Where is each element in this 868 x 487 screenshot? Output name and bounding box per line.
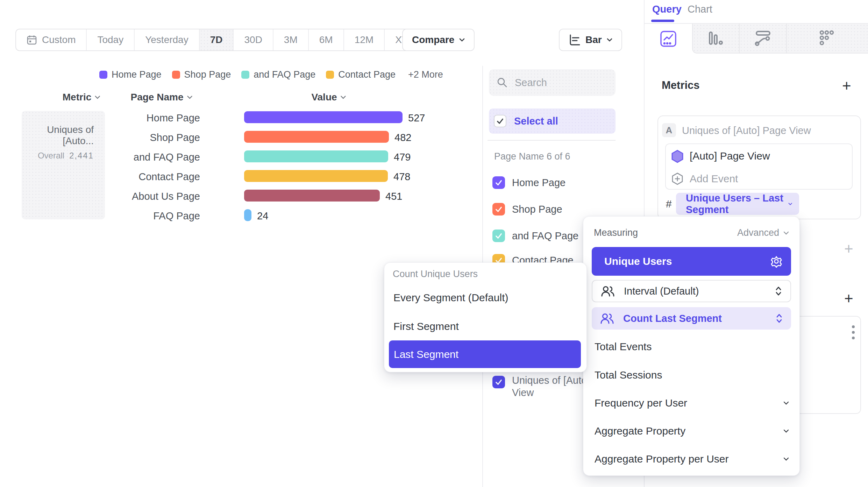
bar-contact-page[interactable] bbox=[244, 170, 388, 182]
list-item-and-faq-page[interactable]: and FAQ Page bbox=[492, 230, 578, 242]
viz-tab-insights-active[interactable] bbox=[645, 24, 692, 54]
row-label[interactable]: Shop Page bbox=[85, 132, 200, 143]
chevron-down-icon bbox=[788, 202, 792, 206]
stepper-icon[interactable] bbox=[775, 286, 782, 296]
legend-item[interactable]: Contact Page bbox=[326, 69, 396, 80]
select-all-checkbox[interactable] bbox=[494, 115, 506, 127]
bar-shop-page[interactable] bbox=[244, 131, 389, 143]
add-event-label[interactable]: Add Event bbox=[690, 173, 738, 185]
measuring-row-count-last-segment[interactable]: Count Last Segment bbox=[592, 307, 791, 330]
chevron-down-icon bbox=[95, 96, 100, 99]
dots-grid-icon bbox=[818, 30, 837, 47]
viz-tab-funnels[interactable] bbox=[692, 24, 739, 54]
chevron-down-icon bbox=[783, 429, 789, 433]
list-item-label: and FAQ Page bbox=[512, 230, 578, 242]
legend-more[interactable]: +2 More bbox=[408, 69, 443, 80]
checkbox-checked[interactable] bbox=[492, 230, 505, 242]
advanced-toggle[interactable]: Advanced bbox=[713, 227, 789, 238]
legend-item[interactable]: and FAQ Page bbox=[241, 69, 315, 80]
bar-value: 527 bbox=[408, 112, 425, 124]
date-range-30d[interactable]: 30D bbox=[234, 29, 273, 50]
chart-type-dropdown[interactable]: Bar bbox=[559, 29, 622, 51]
gear-icon[interactable] bbox=[770, 255, 783, 268]
legend-label: Home Page bbox=[112, 69, 162, 80]
row-label[interactable]: Home Page bbox=[85, 112, 200, 124]
column-header-page-name[interactable]: Page Name bbox=[131, 92, 193, 103]
measure-dropdown-pill[interactable]: Unique Users – Last Segment bbox=[676, 193, 799, 215]
measuring-option-aggregate-property[interactable]: Aggregate Property bbox=[595, 425, 789, 437]
chart-legend: Home Page Shop Page and FAQ Page Contact… bbox=[99, 69, 443, 80]
flow-icon bbox=[754, 30, 773, 47]
list-item-shop-page[interactable]: Shop Page bbox=[492, 203, 562, 216]
legend-swatch bbox=[241, 71, 249, 79]
measuring-option-unique-users-selected[interactable]: Unique Users bbox=[592, 247, 791, 276]
chevron-down-icon bbox=[783, 457, 789, 461]
bar-value: 451 bbox=[385, 191, 402, 202]
add-breakdown-button[interactable]: + bbox=[844, 293, 853, 304]
legend-item[interactable]: Shop Page bbox=[172, 69, 231, 80]
check-icon bbox=[495, 232, 503, 240]
checkbox-checked[interactable] bbox=[492, 176, 505, 189]
measuring-title: Measuring bbox=[594, 227, 638, 238]
add-metric-button[interactable]: + bbox=[842, 80, 851, 91]
checkbox-checked[interactable] bbox=[492, 203, 505, 216]
date-range-custom[interactable]: Custom bbox=[16, 29, 87, 50]
select-all-label: Select all bbox=[514, 115, 558, 127]
row-label[interactable]: and FAQ Page bbox=[85, 151, 200, 163]
kebab-menu-icon[interactable] bbox=[851, 325, 856, 341]
legend-item[interactable]: Home Page bbox=[99, 69, 162, 80]
viz-tab-retention[interactable] bbox=[786, 24, 868, 54]
bar-and-faq-page[interactable] bbox=[244, 150, 388, 162]
legend-swatch bbox=[326, 71, 334, 79]
select-all-row[interactable]: Select all bbox=[489, 108, 616, 134]
legend-label: and FAQ Page bbox=[254, 69, 315, 80]
date-range-6m[interactable]: 6M bbox=[309, 29, 344, 50]
measuring-option-total-events[interactable]: Total Events bbox=[595, 341, 789, 353]
measuring-option-total-sessions[interactable]: Total Sessions bbox=[595, 369, 789, 381]
metric-cell[interactable]: Uniques of [Auto... Overall2,441 bbox=[22, 111, 105, 219]
event-name[interactable]: [Auto] Page View bbox=[690, 150, 770, 162]
date-range-today[interactable]: Today bbox=[87, 29, 135, 50]
column-header-value[interactable]: Value bbox=[311, 92, 346, 103]
date-range-yesterday[interactable]: Yesterday bbox=[135, 29, 200, 50]
bar-value: 479 bbox=[394, 151, 411, 163]
chevron-down-icon bbox=[783, 231, 789, 235]
segment-option-every-segment[interactable]: Every Segment (Default) bbox=[393, 292, 508, 304]
row-label[interactable]: About Us Page bbox=[85, 191, 200, 202]
option-label: Aggregate Property per User bbox=[595, 453, 729, 465]
stepper-icon[interactable] bbox=[776, 313, 783, 324]
compare-button[interactable]: Compare bbox=[402, 29, 475, 51]
segment-option-last-segment-selected[interactable]: Last Segment bbox=[389, 340, 581, 368]
tab-chart[interactable]: Chart bbox=[688, 3, 712, 15]
overall-label: Overall bbox=[38, 151, 64, 160]
measuring-row-interval[interactable]: Interval (Default) bbox=[592, 280, 791, 302]
segment-option-first-segment[interactable]: First Segment bbox=[393, 320, 459, 332]
row-label[interactable]: Contact Page bbox=[85, 171, 200, 183]
measuring-option-frequency-per-user[interactable]: Frequency per User bbox=[595, 397, 789, 409]
bar-value: 478 bbox=[393, 171, 410, 183]
column-header-metric[interactable]: Metric bbox=[63, 92, 100, 103]
bars-icon bbox=[707, 30, 725, 47]
chevron-down-icon bbox=[607, 38, 612, 42]
advanced-label: Advanced bbox=[737, 227, 779, 238]
date-range-12m[interactable]: 12M bbox=[344, 29, 385, 50]
check-icon bbox=[495, 205, 503, 213]
metric-card-title: Uniques of [Auto] Page View bbox=[682, 125, 811, 136]
metric-cell-overall: Overall2,441 bbox=[22, 151, 94, 161]
row-label[interactable]: FAQ Page bbox=[85, 210, 200, 222]
legend-label: Shop Page bbox=[184, 69, 231, 80]
bar-faq-page[interactable] bbox=[244, 209, 251, 221]
bar-about-us-page[interactable] bbox=[244, 190, 380, 202]
checkbox-checked[interactable] bbox=[492, 376, 505, 388]
tab-query[interactable]: Query bbox=[652, 3, 682, 15]
bar-home-page[interactable] bbox=[244, 111, 403, 123]
add-filter-button[interactable]: + bbox=[844, 244, 853, 254]
date-range-7d-selected[interactable]: 7D bbox=[200, 29, 234, 50]
list-item-home-page[interactable]: Home Page bbox=[492, 176, 565, 189]
measuring-option-aggregate-property-per-user[interactable]: Aggregate Property per User bbox=[595, 453, 789, 465]
search-input[interactable]: Search bbox=[489, 69, 616, 96]
active-tab-underline bbox=[651, 20, 674, 22]
date-range-label: 30D bbox=[244, 34, 262, 45]
date-range-3m[interactable]: 3M bbox=[273, 29, 309, 50]
viz-tab-flows[interactable] bbox=[739, 24, 786, 54]
